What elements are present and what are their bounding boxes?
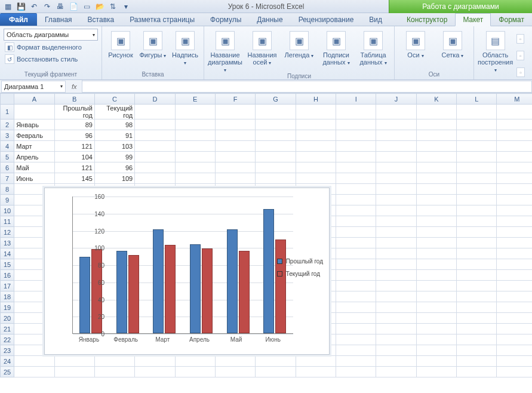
row-header-19[interactable]: 19: [1, 302, 14, 313]
cell-D2[interactable]: [135, 119, 175, 130]
cell-L1[interactable]: [457, 105, 497, 119]
cell-A4[interactable]: Март: [14, 141, 54, 152]
cell-F1[interactable]: [215, 105, 255, 119]
cell-I15[interactable]: [336, 259, 376, 270]
cell-M24[interactable]: [497, 356, 532, 367]
cell-A3[interactable]: Февраль: [14, 130, 54, 141]
tab-Главная[interactable]: Главная: [37, 13, 80, 26]
row-header-7[interactable]: 7: [1, 173, 14, 184]
col-header-E[interactable]: E: [175, 94, 215, 105]
cell-M8[interactable]: [497, 184, 532, 195]
легенда-button[interactable]: ▣Легенда ▾: [282, 29, 316, 59]
bar-Февраль-Текущий год[interactable]: [128, 255, 139, 333]
cell-F24[interactable]: [215, 356, 255, 367]
row-header-2[interactable]: 2: [1, 119, 14, 130]
cell-I1[interactable]: [336, 105, 376, 119]
cell-A2[interactable]: Январь: [14, 119, 54, 130]
cell-K14[interactable]: [416, 248, 456, 259]
cell-L25[interactable]: [457, 367, 497, 377]
col-header-G[interactable]: G: [256, 94, 296, 105]
cell-J20[interactable]: [376, 313, 416, 324]
cell-K13[interactable]: [416, 238, 456, 248]
cell-I18[interactable]: [336, 291, 376, 302]
cell-K10[interactable]: [416, 205, 456, 216]
cell-K8[interactable]: [416, 184, 456, 195]
col-header-L[interactable]: L: [457, 94, 497, 105]
cell-E5[interactable]: [175, 152, 215, 162]
tab-Макет[interactable]: Макет: [455, 13, 491, 26]
cell-M11[interactable]: [497, 216, 532, 227]
cell-L7[interactable]: [457, 173, 497, 184]
cell-M13[interactable]: [497, 238, 532, 248]
названия-осей-button[interactable]: ▣Названия осей ▾: [245, 29, 279, 66]
col-header-J[interactable]: J: [376, 94, 416, 105]
cell-J2[interactable]: [376, 119, 416, 130]
format-selection-button[interactable]: ◧ Формат выделенного: [4, 42, 83, 53]
cell-I21[interactable]: [336, 324, 376, 334]
cell-L6[interactable]: [457, 162, 497, 173]
рисунок-button[interactable]: ▣Рисунок: [106, 29, 136, 59]
bar-Июнь-Прошлый год[interactable]: [263, 209, 274, 333]
cell-J10[interactable]: [376, 205, 416, 216]
tab-Данные[interactable]: Данные: [249, 13, 290, 26]
cell-H25[interactable]: [296, 367, 336, 377]
tab-Конструктор[interactable]: Конструктор: [399, 13, 455, 26]
cell-C25[interactable]: [94, 367, 134, 377]
cell-E7[interactable]: [175, 173, 215, 184]
bar-Март-Текущий год[interactable]: [165, 245, 176, 333]
col-header-M[interactable]: M: [497, 94, 532, 105]
cell-D4[interactable]: [135, 141, 175, 152]
row-header-12[interactable]: 12: [1, 227, 14, 238]
cell-L3[interactable]: [457, 130, 497, 141]
col-header-B[interactable]: B: [54, 94, 94, 105]
cell-K1[interactable]: [416, 105, 456, 119]
фигуры-button[interactable]: ▣Фигуры ▾: [138, 29, 168, 59]
chart-plot-area[interactable]: [72, 196, 293, 334]
cell-I20[interactable]: [336, 313, 376, 324]
cell-M6[interactable]: [497, 162, 532, 173]
formula-input[interactable]: [82, 81, 532, 93]
cell-M12[interactable]: [497, 227, 532, 238]
cell-E3[interactable]: [175, 130, 215, 141]
cell-E2[interactable]: [175, 119, 215, 130]
tab-Формулы[interactable]: Формулы: [202, 13, 249, 26]
cell-M15[interactable]: [497, 259, 532, 270]
cell-J8[interactable]: [376, 184, 416, 195]
cell-J9[interactable]: [376, 195, 416, 205]
bar-Март-Прошлый год[interactable]: [153, 229, 164, 333]
cell-M4[interactable]: [497, 141, 532, 152]
bar-Май-Текущий год[interactable]: [239, 251, 250, 333]
cell-C1[interactable]: Текущий год: [94, 105, 134, 119]
cell-G3[interactable]: [256, 130, 296, 141]
cell-H4[interactable]: [296, 141, 336, 152]
cell-L14[interactable]: [457, 248, 497, 259]
cell-J11[interactable]: [376, 216, 416, 227]
bar-Февраль-Прошлый год[interactable]: [116, 251, 127, 333]
название-диаграммы-button[interactable]: ▣Название диаграммы ▾: [208, 29, 242, 73]
cell-B6[interactable]: 121: [54, 162, 94, 173]
cell-M20[interactable]: [497, 313, 532, 324]
tab-Разметка страницы[interactable]: Разметка страницы: [122, 13, 202, 26]
col-header-C[interactable]: C: [94, 94, 134, 105]
cell-C24[interactable]: [94, 356, 134, 367]
bar-Май-Прошлый год[interactable]: [227, 229, 238, 333]
cell-A6[interactable]: Май: [14, 162, 54, 173]
row-header-15[interactable]: 15: [1, 259, 14, 270]
cell-C3[interactable]: 91: [94, 130, 134, 141]
cell-H5[interactable]: [296, 152, 336, 162]
row-header-17[interactable]: 17: [1, 281, 14, 291]
tab-Вставка[interactable]: Вставка: [80, 13, 122, 26]
cell-I4[interactable]: [336, 141, 376, 152]
cell-K11[interactable]: [416, 216, 456, 227]
row-header-9[interactable]: 9: [1, 195, 14, 205]
cell-L18[interactable]: [457, 291, 497, 302]
cell-L10[interactable]: [457, 205, 497, 216]
cell-B5[interactable]: 104: [54, 152, 94, 162]
row-header-22[interactable]: 22: [1, 334, 14, 345]
cell-J1[interactable]: [376, 105, 416, 119]
cell-J19[interactable]: [376, 302, 416, 313]
cell-K23[interactable]: [416, 345, 456, 356]
name-box[interactable]: Диаграмма 1 ▾: [1, 81, 66, 93]
cell-H7[interactable]: [296, 173, 336, 184]
bar-Апрель-Текущий год[interactable]: [202, 248, 213, 333]
